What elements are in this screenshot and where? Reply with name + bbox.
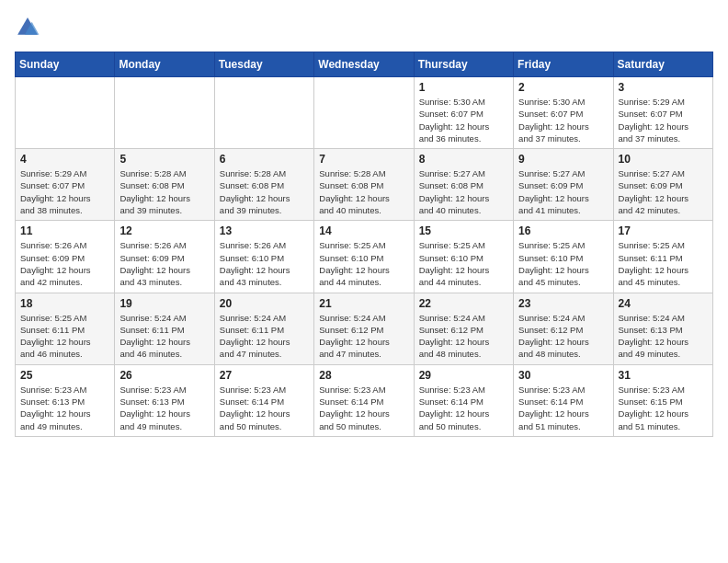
day-number: 14 xyxy=(319,224,408,237)
day-number: 12 xyxy=(119,224,209,237)
calendar-day-cell: 22Sunrise: 5:24 AM Sunset: 6:12 PM Dayli… xyxy=(414,293,513,364)
calendar-day-cell: 6Sunrise: 5:28 AM Sunset: 6:08 PM Daylig… xyxy=(214,149,313,221)
calendar-day-cell: 24Sunrise: 5:24 AM Sunset: 6:13 PM Dayli… xyxy=(613,293,712,364)
day-info: Sunrise: 5:24 AM Sunset: 6:11 PM Dayligh… xyxy=(119,312,209,361)
calendar-day-cell: 9Sunrise: 5:27 AM Sunset: 6:09 PM Daylig… xyxy=(514,149,613,221)
page-header xyxy=(15,15,713,40)
day-info: Sunrise: 5:27 AM Sunset: 6:09 PM Dayligh… xyxy=(518,167,608,216)
weekday-header-wednesday: Wednesday xyxy=(314,52,414,77)
calendar-day-cell: 31Sunrise: 5:23 AM Sunset: 6:15 PM Dayli… xyxy=(613,364,712,436)
calendar-empty-cell xyxy=(214,77,313,149)
calendar-day-cell: 25Sunrise: 5:23 AM Sunset: 6:13 PM Dayli… xyxy=(16,364,115,436)
day-number: 7 xyxy=(319,153,408,166)
day-number: 29 xyxy=(419,369,508,382)
day-info: Sunrise: 5:24 AM Sunset: 6:11 PM Dayligh… xyxy=(220,312,309,361)
calendar-empty-cell xyxy=(115,77,214,149)
day-info: Sunrise: 5:30 AM Sunset: 6:07 PM Dayligh… xyxy=(518,96,608,144)
day-info: Sunrise: 5:23 AM Sunset: 6:13 PM Dayligh… xyxy=(119,384,209,432)
calendar-day-cell: 7Sunrise: 5:28 AM Sunset: 6:08 PM Daylig… xyxy=(314,149,414,221)
day-info: Sunrise: 5:26 AM Sunset: 6:09 PM Dayligh… xyxy=(20,239,109,288)
day-info: Sunrise: 5:23 AM Sunset: 6:13 PM Dayligh… xyxy=(20,384,109,432)
weekday-header-saturday: Saturday xyxy=(613,52,712,77)
day-number: 21 xyxy=(319,297,408,310)
day-number: 26 xyxy=(119,369,209,382)
calendar-day-cell: 8Sunrise: 5:27 AM Sunset: 6:08 PM Daylig… xyxy=(414,149,513,221)
day-number: 1 xyxy=(419,81,508,94)
day-number: 22 xyxy=(419,297,508,310)
calendar-table: SundayMondayTuesdayWednesdayThursdayFrid… xyxy=(15,52,713,437)
calendar-week-row: 18Sunrise: 5:25 AM Sunset: 6:11 PM Dayli… xyxy=(16,293,713,364)
calendar-week-row: 25Sunrise: 5:23 AM Sunset: 6:13 PM Dayli… xyxy=(16,364,713,436)
calendar-day-cell: 29Sunrise: 5:23 AM Sunset: 6:14 PM Dayli… xyxy=(414,364,513,436)
calendar-empty-cell xyxy=(16,77,115,149)
calendar-day-cell: 20Sunrise: 5:24 AM Sunset: 6:11 PM Dayli… xyxy=(214,293,313,364)
calendar-day-cell: 30Sunrise: 5:23 AM Sunset: 6:14 PM Dayli… xyxy=(514,364,613,436)
calendar-day-cell: 27Sunrise: 5:23 AM Sunset: 6:14 PM Dayli… xyxy=(214,364,313,436)
day-info: Sunrise: 5:25 AM Sunset: 6:10 PM Dayligh… xyxy=(319,239,408,288)
day-info: Sunrise: 5:25 AM Sunset: 6:10 PM Dayligh… xyxy=(419,239,508,288)
day-number: 3 xyxy=(619,81,708,94)
day-info: Sunrise: 5:25 AM Sunset: 6:11 PM Dayligh… xyxy=(619,239,708,288)
calendar-day-cell: 15Sunrise: 5:25 AM Sunset: 6:10 PM Dayli… xyxy=(414,221,513,293)
day-info: Sunrise: 5:28 AM Sunset: 6:08 PM Dayligh… xyxy=(220,167,309,216)
day-info: Sunrise: 5:24 AM Sunset: 6:13 PM Dayligh… xyxy=(619,312,708,361)
weekday-header-friday: Friday xyxy=(514,52,613,77)
weekday-header-sunday: Sunday xyxy=(16,52,115,77)
day-number: 11 xyxy=(20,224,109,237)
day-number: 20 xyxy=(220,297,309,310)
day-number: 17 xyxy=(619,224,708,237)
day-number: 15 xyxy=(419,224,508,237)
weekday-header-thursday: Thursday xyxy=(414,52,513,77)
day-info: Sunrise: 5:25 AM Sunset: 6:11 PM Dayligh… xyxy=(20,312,109,361)
day-info: Sunrise: 5:27 AM Sunset: 6:09 PM Dayligh… xyxy=(619,167,708,216)
day-info: Sunrise: 5:23 AM Sunset: 6:14 PM Dayligh… xyxy=(419,384,508,432)
day-info: Sunrise: 5:29 AM Sunset: 6:07 PM Dayligh… xyxy=(20,167,109,216)
day-info: Sunrise: 5:23 AM Sunset: 6:14 PM Dayligh… xyxy=(518,384,608,432)
calendar-day-cell: 11Sunrise: 5:26 AM Sunset: 6:09 PM Dayli… xyxy=(16,221,115,293)
calendar-day-cell: 28Sunrise: 5:23 AM Sunset: 6:14 PM Dayli… xyxy=(314,364,414,436)
calendar-day-cell: 1Sunrise: 5:30 AM Sunset: 6:07 PM Daylig… xyxy=(414,77,513,149)
calendar-day-cell: 3Sunrise: 5:29 AM Sunset: 6:07 PM Daylig… xyxy=(613,77,712,149)
day-info: Sunrise: 5:25 AM Sunset: 6:10 PM Dayligh… xyxy=(518,239,608,288)
calendar-day-cell: 18Sunrise: 5:25 AM Sunset: 6:11 PM Dayli… xyxy=(16,293,115,364)
day-info: Sunrise: 5:24 AM Sunset: 6:12 PM Dayligh… xyxy=(518,312,608,361)
logo-icon xyxy=(15,15,40,40)
day-number: 4 xyxy=(20,153,109,166)
day-number: 5 xyxy=(119,153,209,166)
logo xyxy=(15,15,44,40)
day-number: 13 xyxy=(220,224,309,237)
weekday-header-monday: Monday xyxy=(115,52,214,77)
day-number: 31 xyxy=(619,369,708,382)
calendar-day-cell: 16Sunrise: 5:25 AM Sunset: 6:10 PM Dayli… xyxy=(514,221,613,293)
day-info: Sunrise: 5:30 AM Sunset: 6:07 PM Dayligh… xyxy=(419,96,508,144)
day-number: 2 xyxy=(518,81,608,94)
day-info: Sunrise: 5:28 AM Sunset: 6:08 PM Dayligh… xyxy=(119,167,209,216)
day-number: 25 xyxy=(20,369,109,382)
calendar-day-cell: 4Sunrise: 5:29 AM Sunset: 6:07 PM Daylig… xyxy=(16,149,115,221)
day-number: 8 xyxy=(419,153,508,166)
calendar-day-cell: 26Sunrise: 5:23 AM Sunset: 6:13 PM Dayli… xyxy=(115,364,214,436)
calendar-week-row: 11Sunrise: 5:26 AM Sunset: 6:09 PM Dayli… xyxy=(16,221,713,293)
calendar-day-cell: 12Sunrise: 5:26 AM Sunset: 6:09 PM Dayli… xyxy=(115,221,214,293)
weekday-header-row: SundayMondayTuesdayWednesdayThursdayFrid… xyxy=(16,52,713,77)
day-info: Sunrise: 5:26 AM Sunset: 6:10 PM Dayligh… xyxy=(220,239,309,288)
calendar-day-cell: 13Sunrise: 5:26 AM Sunset: 6:10 PM Dayli… xyxy=(214,221,313,293)
calendar-empty-cell xyxy=(314,77,414,149)
weekday-header-tuesday: Tuesday xyxy=(214,52,313,77)
day-number: 30 xyxy=(518,369,608,382)
calendar-day-cell: 19Sunrise: 5:24 AM Sunset: 6:11 PM Dayli… xyxy=(115,293,214,364)
calendar-day-cell: 17Sunrise: 5:25 AM Sunset: 6:11 PM Dayli… xyxy=(613,221,712,293)
day-number: 27 xyxy=(220,369,309,382)
day-info: Sunrise: 5:23 AM Sunset: 6:14 PM Dayligh… xyxy=(319,384,408,432)
day-info: Sunrise: 5:23 AM Sunset: 6:15 PM Dayligh… xyxy=(619,384,708,432)
day-info: Sunrise: 5:29 AM Sunset: 6:07 PM Dayligh… xyxy=(619,96,708,144)
day-number: 19 xyxy=(119,297,209,310)
day-info: Sunrise: 5:24 AM Sunset: 6:12 PM Dayligh… xyxy=(319,312,408,361)
day-number: 24 xyxy=(619,297,708,310)
calendar-day-cell: 5Sunrise: 5:28 AM Sunset: 6:08 PM Daylig… xyxy=(115,149,214,221)
day-number: 28 xyxy=(319,369,408,382)
calendar-day-cell: 14Sunrise: 5:25 AM Sunset: 6:10 PM Dayli… xyxy=(314,221,414,293)
day-number: 10 xyxy=(619,153,708,166)
calendar-day-cell: 2Sunrise: 5:30 AM Sunset: 6:07 PM Daylig… xyxy=(514,77,613,149)
day-info: Sunrise: 5:28 AM Sunset: 6:08 PM Dayligh… xyxy=(319,167,408,216)
